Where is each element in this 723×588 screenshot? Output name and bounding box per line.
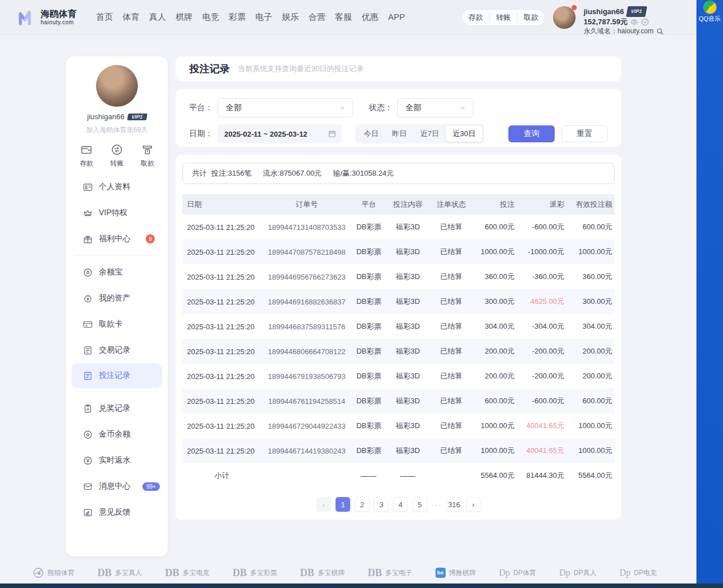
quick-withdraw-button[interactable]: 取款 bbox=[141, 143, 154, 168]
partner-db-slots[interactable]: DB 多宝电子 bbox=[368, 568, 412, 578]
refresh-balance-icon[interactable] bbox=[641, 18, 649, 26]
col-date: 日期 bbox=[182, 199, 262, 210]
page-button-4[interactable]: 4 bbox=[393, 497, 408, 512]
sidebar-item-coin-balance[interactable]: 金币余额 bbox=[66, 421, 168, 447]
sidebar-item-label: 投注记录 bbox=[99, 371, 130, 381]
cell-order: 1899446806664708122 bbox=[262, 347, 352, 356]
partner-dp-sports[interactable]: Dp DP体育 bbox=[499, 568, 536, 578]
search-button[interactable]: 查询 bbox=[508, 125, 555, 142]
nav-item-home[interactable]: 首页 bbox=[96, 12, 113, 23]
sidebar-item-profile[interactable]: 个人资料 bbox=[66, 174, 168, 200]
sidebar-item-feedback[interactable]: 意见反馈 bbox=[66, 499, 168, 525]
deposit-button[interactable]: 存款 bbox=[462, 12, 489, 23]
sidebar-item-assets[interactable]: 我的资产 bbox=[66, 285, 168, 311]
wallet-icon bbox=[80, 143, 93, 156]
col-status: 注单状态 bbox=[430, 199, 473, 210]
sidebar-item-redeem[interactable]: 兑奖记录 bbox=[66, 395, 168, 421]
cell-payout: 4625.00元 bbox=[517, 297, 567, 307]
cell-payout: -360.00元 bbox=[517, 272, 567, 282]
cell-payout: -200.00元 bbox=[517, 346, 567, 356]
partner-name: 多宝真人 bbox=[115, 568, 142, 578]
cell-status: 已结算 bbox=[430, 272, 473, 282]
cell-platform: DB彩票 bbox=[352, 297, 386, 307]
reset-button[interactable]: 重置 bbox=[561, 125, 608, 142]
nav-item-promo[interactable]: 优惠 bbox=[362, 12, 378, 23]
db-logo: DB bbox=[368, 568, 382, 578]
cell-date: 2025-03-11 21:25:20 bbox=[182, 248, 262, 256]
browser-page: 海鸥体育 haiouty.com 首页 体育 真人 棋牌 电竞 彩票 电子 娱乐… bbox=[0, 0, 696, 583]
pagination-ellipsis[interactable]: ··· bbox=[432, 500, 442, 509]
nav-item-service[interactable]: 客服 bbox=[335, 12, 352, 23]
next-page-button[interactable]: › bbox=[466, 497, 481, 512]
partner-db-board[interactable]: DB 多宝棋牌 bbox=[300, 568, 345, 578]
search-icon[interactable] bbox=[656, 28, 664, 35]
range-30days-button[interactable]: 近30日 bbox=[446, 126, 482, 142]
date-range-input[interactable]: 2025-02-11 ~ 2025-03-12 bbox=[217, 124, 342, 143]
id-card-icon bbox=[83, 182, 93, 192]
nav-item-affiliate[interactable]: 合营 bbox=[308, 12, 325, 23]
nav-item-slots[interactable]: 电子 bbox=[255, 12, 272, 23]
partner-db-live[interactable]: DB 多宝真人 bbox=[98, 568, 142, 578]
range-7days-button[interactable]: 近7日 bbox=[413, 126, 446, 142]
nav-item-board[interactable]: 棋牌 bbox=[176, 12, 193, 23]
table-row: 2025-03-11 21:25:20 1899446837589311576 … bbox=[182, 314, 615, 339]
nav-item-live[interactable]: 真人 bbox=[149, 12, 166, 23]
boya-logo: bo bbox=[435, 568, 446, 578]
page-button-5[interactable]: 5 bbox=[412, 497, 427, 512]
nav-item-esports[interactable]: 电竞 bbox=[202, 12, 219, 23]
cell-payout: 40041.65元 bbox=[517, 421, 567, 431]
page-button-2[interactable]: 2 bbox=[355, 497, 369, 512]
withdraw-button[interactable]: 取款 bbox=[517, 12, 545, 23]
status-select[interactable]: 全部 bbox=[397, 98, 473, 117]
avatar[interactable] bbox=[553, 6, 576, 29]
sidebar-item-messages[interactable]: 消息中心 99+ bbox=[66, 473, 168, 499]
nav-item-lottery[interactable]: 彩票 bbox=[229, 12, 246, 23]
sidebar-item-yuebao[interactable]: 余额宝 bbox=[66, 259, 168, 285]
sidebar-item-label: 意见反馈 bbox=[99, 507, 130, 517]
qq-music-desktop-icon[interactable]: ♪ QQ音乐 bbox=[696, 1, 723, 23]
quick-deposit-button[interactable]: 存款 bbox=[80, 143, 93, 168]
dp-logo: Dp bbox=[499, 568, 510, 577]
sidebar-item-bet-records[interactable]: 投注记录 bbox=[72, 363, 162, 388]
range-today-button[interactable]: 今日 bbox=[357, 126, 385, 142]
feedback-icon bbox=[83, 508, 93, 517]
partner-panda-sports[interactable]: 熊猫体育 bbox=[33, 567, 75, 578]
quick-transfer-button[interactable]: 转账 bbox=[110, 143, 124, 168]
sidebar-item-withdraw-card[interactable]: 取款卡 bbox=[66, 311, 168, 337]
cell-bet: 200.00元 bbox=[473, 371, 517, 381]
page-button-3[interactable]: 3 bbox=[374, 497, 389, 512]
cell-date: 2025-03-11 21:25:20 bbox=[182, 223, 262, 232]
partner-db-lottery[interactable]: DB 多宝彩票 bbox=[233, 568, 277, 578]
sidebar-item-transactions[interactable]: 交易记录 bbox=[66, 337, 168, 363]
subtotal-content: —— bbox=[386, 472, 430, 480]
cell-date: 2025-03-11 21:25:20 bbox=[182, 273, 262, 281]
table-row: 2025-03-11 21:25:20 1899446916882636837 … bbox=[182, 289, 615, 314]
sidebar-item-welfare[interactable]: 福利中心 9 bbox=[66, 226, 168, 252]
cell-date: 2025-03-11 21:25:20 bbox=[182, 397, 262, 406]
coin-icon bbox=[83, 430, 93, 439]
cell-bet: 1000.00元 bbox=[473, 446, 517, 456]
assets-icon bbox=[83, 294, 93, 303]
nav-item-app[interactable]: APP bbox=[388, 12, 405, 23]
transfer-button[interactable]: 转账 bbox=[489, 12, 517, 23]
partner-boya[interactable]: bo 博雅棋牌 bbox=[435, 568, 476, 578]
sidebar-avatar[interactable] bbox=[96, 65, 138, 107]
sidebar-item-vip[interactable]: VIP特权 bbox=[66, 200, 168, 226]
sidebar-item-rebate[interactable]: 实时返水 bbox=[66, 447, 168, 473]
partner-dp-live[interactable]: Dp DP真人 bbox=[559, 568, 596, 578]
user-cluster: 存款 转账 取款 jiushigan66 VIP1 152,787.59元 bbox=[461, 6, 664, 36]
partner-name: 博雅棋牌 bbox=[449, 568, 476, 578]
platform-select[interactable]: 全部 bbox=[217, 98, 353, 117]
notification-dot bbox=[572, 5, 577, 10]
nav-item-entertainment[interactable]: 娱乐 bbox=[282, 12, 299, 23]
range-yesterday-button[interactable]: 昨日 bbox=[385, 126, 413, 142]
summary-bar: 共计 投注:3156笔 流水:875067.00元 输/赢:301058.24元 bbox=[182, 163, 615, 184]
nav-item-sports[interactable]: 体育 bbox=[123, 12, 140, 23]
partner-dp-esports[interactable]: Dp DP电竞 bbox=[620, 568, 657, 578]
page-button-1[interactable]: 1 bbox=[336, 497, 350, 512]
prev-page-button[interactable]: ‹ bbox=[316, 497, 331, 512]
eye-icon[interactable] bbox=[630, 18, 638, 26]
partner-db-esports[interactable]: DB 多宝电竞 bbox=[165, 568, 210, 578]
brand-logo[interactable]: 海鸥体育 haiouty.com bbox=[17, 9, 77, 26]
page-button-last[interactable]: 316 bbox=[447, 497, 461, 512]
